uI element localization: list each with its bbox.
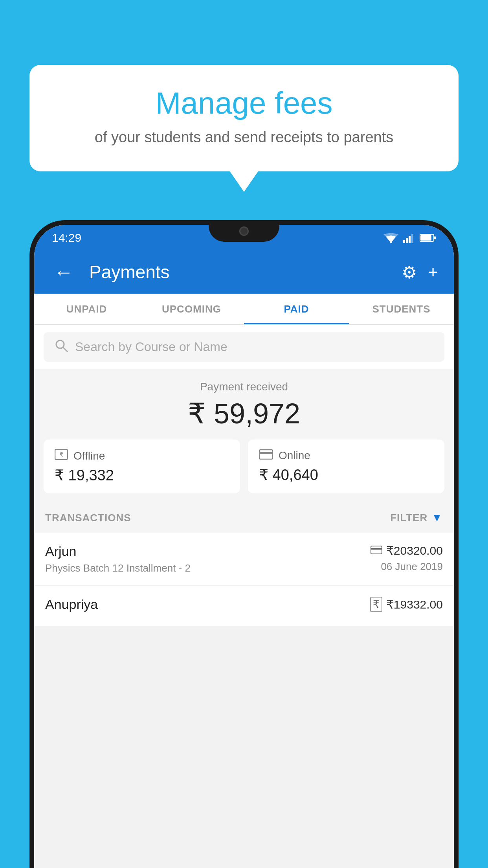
app-title: Payments [89, 261, 390, 283]
payment-amount: ₹ 59,972 [44, 397, 444, 430]
transaction-rupee-icon: ₹ [370, 597, 382, 612]
transaction-date: 06 June 2019 [371, 561, 443, 573]
svg-rect-16 [371, 546, 382, 554]
search-container: Search by Course or Name [34, 325, 454, 369]
transaction-detail: Physics Batch 12 Installment - 2 [45, 562, 191, 574]
transaction-name-2: Anupriya [45, 597, 98, 612]
tab-students[interactable]: STUDENTS [349, 294, 454, 324]
camera [239, 226, 249, 236]
card-small-svg [371, 546, 382, 554]
online-amount: ₹ 40,640 [259, 466, 433, 484]
transaction-amount: ₹20320.00 [386, 544, 443, 557]
transaction-right-2: ₹ ₹19332.00 [370, 597, 443, 615]
bubble-title: Manage fees [53, 86, 435, 120]
tab-upcoming[interactable]: UPCOMING [139, 294, 244, 324]
transaction-amount-2: ₹19332.00 [386, 598, 443, 611]
transaction-row[interactable]: Anupriya ₹ ₹19332.00 [34, 586, 454, 627]
back-button[interactable]: ← [50, 257, 77, 287]
payment-cards: ₹ Offline ₹ 19,332 [44, 440, 444, 493]
transaction-amount-row-2: ₹ ₹19332.00 [370, 597, 443, 612]
svg-rect-5 [409, 236, 411, 243]
svg-rect-4 [406, 238, 408, 243]
card-icon [259, 449, 273, 462]
status-icons [383, 233, 436, 243]
tabs: UNPAID UPCOMING PAID STUDENTS [34, 294, 454, 325]
speech-bubble: Manage fees of your students and send re… [29, 65, 459, 171]
filter-icon: ▼ [431, 511, 443, 524]
offline-card-header: ₹ Offline [55, 449, 229, 463]
transactions-list: Arjun Physics Batch 12 Installment - 2 ₹… [34, 533, 454, 627]
search-icon [55, 339, 68, 355]
app-bar: ← Payments ⚙ + [34, 250, 454, 294]
tab-paid[interactable]: PAID [244, 294, 349, 324]
svg-text:₹: ₹ [59, 451, 63, 458]
svg-point-2 [390, 242, 392, 243]
svg-rect-3 [403, 240, 405, 243]
transaction-left-2: Anupriya [45, 597, 98, 615]
transaction-amount-row: ₹20320.00 [371, 544, 443, 557]
svg-line-11 [63, 347, 67, 351]
settings-button[interactable]: ⚙ [402, 262, 417, 282]
search-placeholder: Search by Course or Name [75, 340, 227, 354]
svg-rect-6 [411, 234, 413, 243]
svg-rect-8 [420, 235, 431, 241]
online-card: Online ₹ 40,640 [248, 440, 444, 493]
payment-label: Payment received [44, 381, 444, 393]
battery-icon [420, 234, 436, 242]
app-bar-actions: ⚙ + [402, 262, 438, 282]
phone-screen: 14:29 [34, 225, 454, 868]
transaction-card-icon [371, 544, 382, 557]
phone-frame: 14:29 [29, 220, 459, 868]
offline-amount: ₹ 19,332 [55, 467, 229, 484]
transaction-right: ₹20320.00 06 June 2019 [371, 544, 443, 573]
svg-rect-9 [434, 236, 436, 239]
svg-rect-14 [259, 450, 273, 459]
transactions-label: TRANSACTIONS [45, 512, 131, 524]
signal-icon [403, 233, 415, 243]
rupee-icon-svg: ₹ [55, 449, 68, 460]
payment-summary: Payment received ₹ 59,972 ₹ Offline ₹ 19… [34, 369, 454, 503]
card-icon-svg [259, 449, 273, 460]
add-button[interactable]: + [428, 262, 438, 282]
transactions-header: TRANSACTIONS FILTER ▼ [34, 503, 454, 533]
rupee-box-icon: ₹ [55, 449, 68, 463]
phone-notch [209, 220, 279, 242]
online-card-header: Online [259, 449, 433, 462]
search-bar[interactable]: Search by Course or Name [44, 332, 444, 362]
filter-button[interactable]: FILTER ▼ [390, 511, 443, 524]
svg-rect-17 [371, 548, 382, 550]
transaction-name: Arjun [45, 544, 191, 559]
svg-rect-15 [259, 452, 273, 454]
search-svg [55, 339, 68, 352]
status-time: 14:29 [52, 231, 81, 245]
transaction-row[interactable]: Arjun Physics Batch 12 Installment - 2 ₹… [34, 533, 454, 586]
transaction-left: Arjun Physics Batch 12 Installment - 2 [45, 544, 191, 574]
offline-card: ₹ Offline ₹ 19,332 [44, 440, 240, 493]
wifi-icon [383, 233, 398, 243]
bubble-subtitle: of your students and send receipts to pa… [53, 129, 435, 146]
tab-unpaid[interactable]: UNPAID [34, 294, 139, 324]
